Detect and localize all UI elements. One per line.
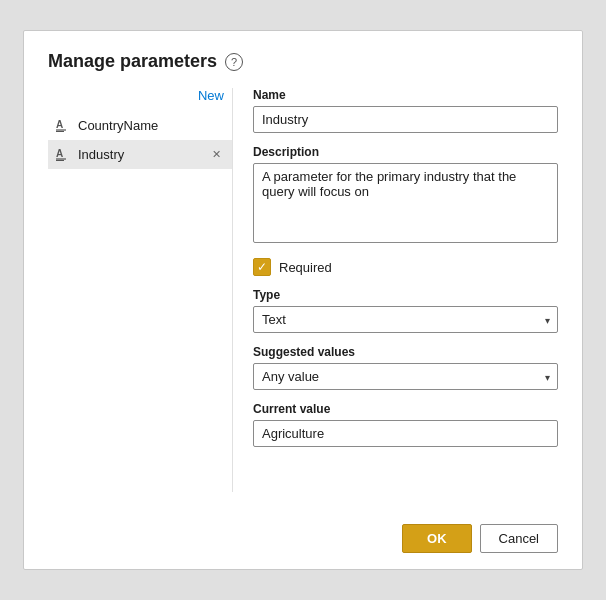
dialog-footer: OK Cancel	[48, 512, 558, 553]
cancel-button[interactable]: Cancel	[480, 524, 558, 553]
param-label-industry: Industry	[78, 147, 202, 162]
current-value-field-group: Current value	[253, 402, 558, 447]
right-panel: Name Description ✓ Required Type	[233, 88, 558, 492]
dialog-header: Manage parameters ?	[48, 51, 558, 72]
dialog-body: New A CountryName	[48, 88, 558, 492]
description-label: Description	[253, 145, 558, 159]
left-panel-header: New	[48, 88, 232, 111]
svg-text:A: A	[56, 119, 63, 130]
suggested-values-field-group: Suggested values Any value List of value…	[253, 345, 558, 390]
required-checkbox[interactable]: ✓	[253, 258, 271, 276]
checkmark-icon: ✓	[257, 261, 267, 273]
description-field-group: Description	[253, 145, 558, 246]
param-label-countryname: CountryName	[78, 118, 224, 133]
name-label: Name	[253, 88, 558, 102]
current-value-input[interactable]	[253, 420, 558, 447]
description-input[interactable]	[253, 163, 558, 243]
dialog-title: Manage parameters	[48, 51, 217, 72]
name-input[interactable]	[253, 106, 558, 133]
param-item-industry[interactable]: A Industry ✕	[48, 140, 232, 169]
type-label: Type	[253, 288, 558, 302]
current-value-label: Current value	[253, 402, 558, 416]
close-param-icon[interactable]: ✕	[208, 147, 224, 163]
required-label: Required	[279, 260, 332, 275]
suggested-values-select[interactable]: Any value List of values Query	[253, 363, 558, 390]
help-icon[interactable]: ?	[225, 53, 243, 71]
param-type-icon-industry: A	[56, 145, 72, 164]
param-item-countryname[interactable]: A CountryName	[48, 111, 232, 140]
manage-parameters-dialog: Manage parameters ? New A	[23, 30, 583, 570]
new-button[interactable]: New	[198, 88, 224, 103]
type-select[interactable]: Text Number Date Boolean	[253, 306, 558, 333]
name-field-group: Name	[253, 88, 558, 133]
left-panel: New A CountryName	[48, 88, 233, 492]
ok-button[interactable]: OK	[402, 524, 472, 553]
type-select-wrapper: Text Number Date Boolean ▾	[253, 306, 558, 333]
type-field-group: Type Text Number Date Boolean ▾	[253, 288, 558, 333]
required-row: ✓ Required	[253, 258, 558, 276]
param-list: A CountryName A	[48, 111, 232, 492]
suggested-values-label: Suggested values	[253, 345, 558, 359]
suggested-values-select-wrapper: Any value List of values Query ▾	[253, 363, 558, 390]
param-type-icon-countryname: A	[56, 116, 72, 135]
svg-text:A: A	[56, 148, 63, 159]
